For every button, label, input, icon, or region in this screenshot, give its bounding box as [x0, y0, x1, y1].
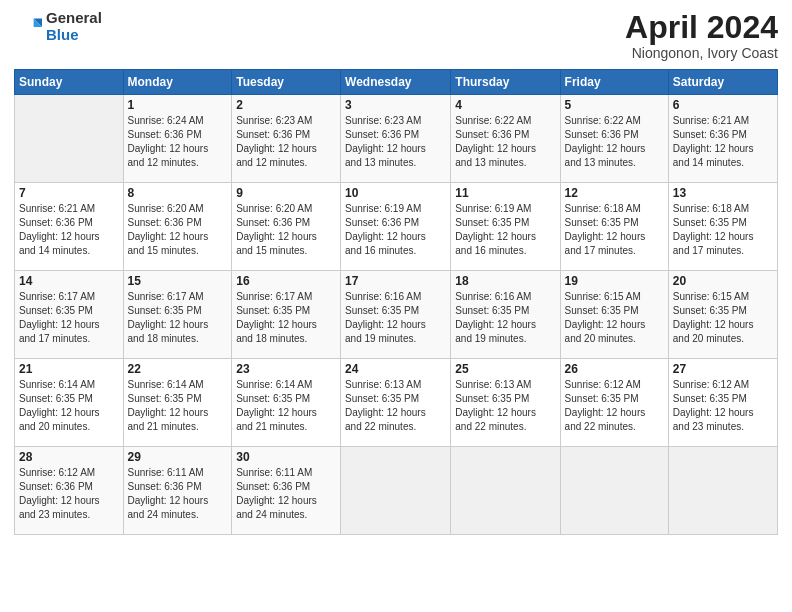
page: General Blue April 2024 Niongonon, Ivory…	[0, 0, 792, 612]
calendar-header: SundayMondayTuesdayWednesdayThursdayFrid…	[15, 70, 778, 95]
day-number: 7	[19, 186, 119, 200]
day-info: Sunrise: 6:12 AM Sunset: 6:35 PM Dayligh…	[673, 378, 773, 434]
day-number: 25	[455, 362, 555, 376]
day-number: 16	[236, 274, 336, 288]
calendar-cell	[560, 447, 668, 535]
day-number: 3	[345, 98, 446, 112]
calendar-cell: 23Sunrise: 6:14 AM Sunset: 6:35 PM Dayli…	[232, 359, 341, 447]
day-number: 14	[19, 274, 119, 288]
calendar-cell: 27Sunrise: 6:12 AM Sunset: 6:35 PM Dayli…	[668, 359, 777, 447]
weekday-header-row: SundayMondayTuesdayWednesdayThursdayFrid…	[15, 70, 778, 95]
day-number: 29	[128, 450, 228, 464]
calendar-cell: 21Sunrise: 6:14 AM Sunset: 6:35 PM Dayli…	[15, 359, 124, 447]
day-info: Sunrise: 6:14 AM Sunset: 6:35 PM Dayligh…	[236, 378, 336, 434]
day-info: Sunrise: 6:19 AM Sunset: 6:36 PM Dayligh…	[345, 202, 446, 258]
day-info: Sunrise: 6:17 AM Sunset: 6:35 PM Dayligh…	[128, 290, 228, 346]
day-info: Sunrise: 6:23 AM Sunset: 6:36 PM Dayligh…	[236, 114, 336, 170]
calendar-cell: 9Sunrise: 6:20 AM Sunset: 6:36 PM Daylig…	[232, 183, 341, 271]
logo-text: General Blue	[46, 10, 102, 43]
day-number: 2	[236, 98, 336, 112]
day-number: 23	[236, 362, 336, 376]
day-info: Sunrise: 6:17 AM Sunset: 6:35 PM Dayligh…	[236, 290, 336, 346]
calendar-cell: 20Sunrise: 6:15 AM Sunset: 6:35 PM Dayli…	[668, 271, 777, 359]
day-info: Sunrise: 6:19 AM Sunset: 6:35 PM Dayligh…	[455, 202, 555, 258]
calendar-cell: 25Sunrise: 6:13 AM Sunset: 6:35 PM Dayli…	[451, 359, 560, 447]
weekday-header-monday: Monday	[123, 70, 232, 95]
day-info: Sunrise: 6:22 AM Sunset: 6:36 PM Dayligh…	[565, 114, 664, 170]
header: General Blue April 2024 Niongonon, Ivory…	[14, 10, 778, 61]
day-info: Sunrise: 6:20 AM Sunset: 6:36 PM Dayligh…	[236, 202, 336, 258]
calendar-cell: 18Sunrise: 6:16 AM Sunset: 6:35 PM Dayli…	[451, 271, 560, 359]
day-number: 28	[19, 450, 119, 464]
day-info: Sunrise: 6:16 AM Sunset: 6:35 PM Dayligh…	[455, 290, 555, 346]
calendar: SundayMondayTuesdayWednesdayThursdayFrid…	[14, 69, 778, 535]
calendar-cell: 26Sunrise: 6:12 AM Sunset: 6:35 PM Dayli…	[560, 359, 668, 447]
day-number: 30	[236, 450, 336, 464]
calendar-week-row: 21Sunrise: 6:14 AM Sunset: 6:35 PM Dayli…	[15, 359, 778, 447]
logo-blue: Blue	[46, 27, 102, 44]
day-info: Sunrise: 6:18 AM Sunset: 6:35 PM Dayligh…	[673, 202, 773, 258]
calendar-week-row: 7Sunrise: 6:21 AM Sunset: 6:36 PM Daylig…	[15, 183, 778, 271]
day-number: 22	[128, 362, 228, 376]
day-number: 18	[455, 274, 555, 288]
calendar-cell: 24Sunrise: 6:13 AM Sunset: 6:35 PM Dayli…	[341, 359, 451, 447]
day-number: 20	[673, 274, 773, 288]
day-info: Sunrise: 6:12 AM Sunset: 6:35 PM Dayligh…	[565, 378, 664, 434]
calendar-cell: 14Sunrise: 6:17 AM Sunset: 6:35 PM Dayli…	[15, 271, 124, 359]
title-area: April 2024 Niongonon, Ivory Coast	[625, 10, 778, 61]
calendar-cell: 10Sunrise: 6:19 AM Sunset: 6:36 PM Dayli…	[341, 183, 451, 271]
calendar-cell: 3Sunrise: 6:23 AM Sunset: 6:36 PM Daylig…	[341, 95, 451, 183]
day-info: Sunrise: 6:14 AM Sunset: 6:35 PM Dayligh…	[19, 378, 119, 434]
weekday-header-wednesday: Wednesday	[341, 70, 451, 95]
day-info: Sunrise: 6:21 AM Sunset: 6:36 PM Dayligh…	[673, 114, 773, 170]
day-number: 27	[673, 362, 773, 376]
calendar-cell: 6Sunrise: 6:21 AM Sunset: 6:36 PM Daylig…	[668, 95, 777, 183]
day-info: Sunrise: 6:18 AM Sunset: 6:35 PM Dayligh…	[565, 202, 664, 258]
calendar-cell	[341, 447, 451, 535]
day-info: Sunrise: 6:11 AM Sunset: 6:36 PM Dayligh…	[236, 466, 336, 522]
calendar-cell: 29Sunrise: 6:11 AM Sunset: 6:36 PM Dayli…	[123, 447, 232, 535]
day-number: 8	[128, 186, 228, 200]
subtitle: Niongonon, Ivory Coast	[625, 45, 778, 61]
calendar-cell: 5Sunrise: 6:22 AM Sunset: 6:36 PM Daylig…	[560, 95, 668, 183]
day-info: Sunrise: 6:12 AM Sunset: 6:36 PM Dayligh…	[19, 466, 119, 522]
logo-icon	[14, 13, 42, 41]
logo-general: General	[46, 10, 102, 27]
calendar-cell: 12Sunrise: 6:18 AM Sunset: 6:35 PM Dayli…	[560, 183, 668, 271]
day-number: 6	[673, 98, 773, 112]
day-number: 17	[345, 274, 446, 288]
calendar-cell: 22Sunrise: 6:14 AM Sunset: 6:35 PM Dayli…	[123, 359, 232, 447]
day-number: 11	[455, 186, 555, 200]
day-number: 1	[128, 98, 228, 112]
day-number: 13	[673, 186, 773, 200]
day-info: Sunrise: 6:20 AM Sunset: 6:36 PM Dayligh…	[128, 202, 228, 258]
day-info: Sunrise: 6:11 AM Sunset: 6:36 PM Dayligh…	[128, 466, 228, 522]
day-info: Sunrise: 6:24 AM Sunset: 6:36 PM Dayligh…	[128, 114, 228, 170]
calendar-cell: 1Sunrise: 6:24 AM Sunset: 6:36 PM Daylig…	[123, 95, 232, 183]
calendar-body: 1Sunrise: 6:24 AM Sunset: 6:36 PM Daylig…	[15, 95, 778, 535]
day-info: Sunrise: 6:13 AM Sunset: 6:35 PM Dayligh…	[455, 378, 555, 434]
day-info: Sunrise: 6:16 AM Sunset: 6:35 PM Dayligh…	[345, 290, 446, 346]
weekday-header-saturday: Saturday	[668, 70, 777, 95]
calendar-cell: 28Sunrise: 6:12 AM Sunset: 6:36 PM Dayli…	[15, 447, 124, 535]
day-number: 19	[565, 274, 664, 288]
day-info: Sunrise: 6:14 AM Sunset: 6:35 PM Dayligh…	[128, 378, 228, 434]
calendar-cell: 8Sunrise: 6:20 AM Sunset: 6:36 PM Daylig…	[123, 183, 232, 271]
calendar-cell: 15Sunrise: 6:17 AM Sunset: 6:35 PM Dayli…	[123, 271, 232, 359]
day-number: 15	[128, 274, 228, 288]
day-info: Sunrise: 6:17 AM Sunset: 6:35 PM Dayligh…	[19, 290, 119, 346]
calendar-cell: 19Sunrise: 6:15 AM Sunset: 6:35 PM Dayli…	[560, 271, 668, 359]
day-info: Sunrise: 6:15 AM Sunset: 6:35 PM Dayligh…	[673, 290, 773, 346]
day-number: 24	[345, 362, 446, 376]
day-number: 5	[565, 98, 664, 112]
calendar-cell	[451, 447, 560, 535]
calendar-cell	[15, 95, 124, 183]
day-number: 9	[236, 186, 336, 200]
calendar-cell: 7Sunrise: 6:21 AM Sunset: 6:36 PM Daylig…	[15, 183, 124, 271]
calendar-cell: 4Sunrise: 6:22 AM Sunset: 6:36 PM Daylig…	[451, 95, 560, 183]
day-info: Sunrise: 6:22 AM Sunset: 6:36 PM Dayligh…	[455, 114, 555, 170]
weekday-header-sunday: Sunday	[15, 70, 124, 95]
day-number: 21	[19, 362, 119, 376]
day-number: 4	[455, 98, 555, 112]
day-number: 12	[565, 186, 664, 200]
